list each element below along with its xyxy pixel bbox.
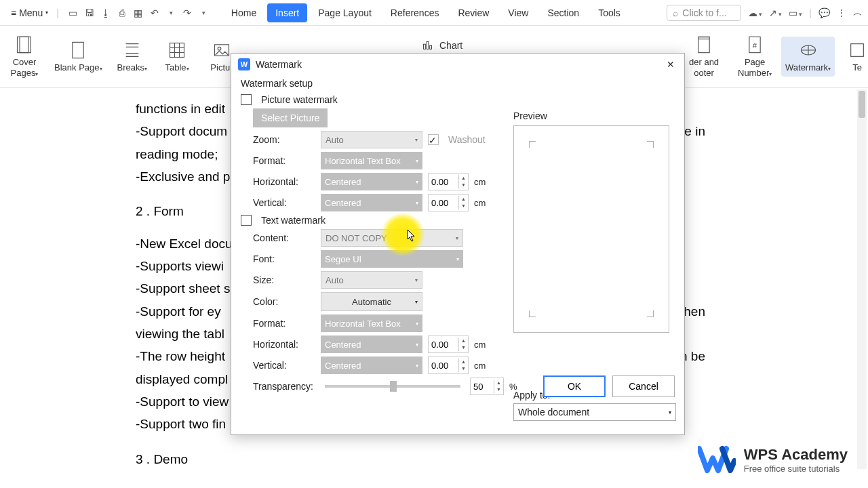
tab-home[interactable]: Home bbox=[223, 3, 264, 22]
picture-watermark-checkbox[interactable] bbox=[241, 94, 252, 105]
tab-review[interactable]: Review bbox=[450, 3, 497, 22]
watermark-button[interactable]: Watermark▾ bbox=[781, 37, 835, 77]
text-watermark-checkbox[interactable] bbox=[241, 215, 252, 226]
text-format-label: Format: bbox=[253, 318, 315, 329]
search-input[interactable]: ⌕ Click to f... bbox=[667, 5, 741, 21]
blank-page-button[interactable]: Blank Page▾ bbox=[50, 37, 106, 77]
text-horizontal-offset-spinner[interactable]: ▲▼ bbox=[428, 336, 469, 353]
close-button[interactable]: ✕ bbox=[664, 58, 677, 71]
content-select[interactable]: DO NOT COPY▾ bbox=[321, 229, 463, 247]
dialog-titlebar: W Watermark ✕ bbox=[231, 54, 684, 75]
tab-insert[interactable]: Insert bbox=[267, 3, 307, 22]
collapse-ribbon-icon[interactable]: ︿ bbox=[853, 7, 863, 19]
transparency-label: Transparency: bbox=[253, 381, 315, 392]
label: Blank Page bbox=[54, 62, 100, 73]
save-icon[interactable]: 🖫 bbox=[83, 7, 96, 19]
print-preview-icon[interactable]: ▦ bbox=[132, 7, 144, 19]
header-footer-button[interactable]: der and ooter bbox=[685, 31, 723, 82]
doc-line: -Support docum bbox=[136, 124, 227, 138]
up-icon[interactable]: ▲ bbox=[459, 175, 468, 182]
color-select[interactable]: Automatic▾ bbox=[321, 292, 422, 311]
text-horizontal-label: Horizontal: bbox=[253, 339, 315, 350]
ok-button[interactable]: OK bbox=[543, 375, 606, 397]
open-icon[interactable]: ▭ bbox=[67, 7, 79, 19]
breaks-button[interactable]: Breaks▾ bbox=[113, 37, 151, 77]
search-placeholder: Click to f... bbox=[682, 7, 726, 18]
text-horizontal-select[interactable]: Centered▾ bbox=[321, 336, 422, 353]
washout-checkbox[interactable]: ✓ bbox=[428, 134, 439, 145]
horizontal-offset-spinner[interactable]: ▲▼ bbox=[428, 173, 469, 190]
vertical-select[interactable]: Centered▾ bbox=[321, 194, 422, 211]
share-icon[interactable]: ↗ bbox=[769, 7, 782, 18]
transparency-spinner[interactable]: ▲▼ bbox=[470, 378, 504, 395]
comment-icon[interactable]: 💬 bbox=[818, 7, 830, 18]
select-picture-button[interactable]: Select Picture bbox=[253, 108, 328, 127]
logo-title: WPS Academy bbox=[744, 446, 848, 464]
dialog-title: Watermark bbox=[256, 59, 302, 70]
down-icon[interactable]: ▼ bbox=[459, 203, 468, 209]
tab-page-layout[interactable]: Page Layout bbox=[310, 3, 380, 22]
tab-section[interactable]: Section bbox=[539, 3, 587, 22]
header-footer-icon bbox=[694, 35, 713, 54]
text-vertical-select[interactable]: Centered▾ bbox=[321, 357, 422, 374]
washout-label: Washout bbox=[448, 134, 486, 145]
page-number-button[interactable]: # Page Number▾ bbox=[734, 31, 776, 82]
settings-icon[interactable]: ▭ bbox=[789, 7, 802, 18]
value: DO NOT COPY bbox=[326, 233, 387, 243]
down-icon[interactable]: ▼ bbox=[459, 365, 468, 372]
tab-references[interactable]: References bbox=[382, 3, 448, 22]
down-icon[interactable]: ▼ bbox=[459, 344, 468, 351]
qat-customize-icon[interactable] bbox=[197, 7, 210, 19]
undo-more-icon[interactable] bbox=[165, 7, 177, 19]
svg-rect-17 bbox=[430, 45, 432, 49]
export-icon[interactable]: ⭳ bbox=[100, 7, 112, 19]
text-vertical-offset-spinner[interactable]: ▲▼ bbox=[428, 357, 469, 374]
undo-icon[interactable]: ↶ bbox=[149, 7, 161, 19]
font-select[interactable]: Segoe UI▾ bbox=[321, 250, 463, 268]
doc-line: -Support for ey bbox=[136, 304, 221, 319]
input[interactable] bbox=[429, 340, 458, 350]
menu-button[interactable]: ≡ Menu ▾ bbox=[5, 5, 54, 21]
up-icon[interactable]: ▲ bbox=[459, 359, 468, 365]
menubar: ≡ Menu ▾ | ▭ 🖫 ⭳ ⎙ ▦ ↶ ↷ Home Insert Pag… bbox=[0, 0, 868, 26]
format-select[interactable]: Horizontal Text Box▾ bbox=[321, 152, 422, 169]
redo-icon[interactable]: ↷ bbox=[181, 7, 193, 19]
search-icon: ⌕ bbox=[673, 7, 678, 18]
slider-thumb[interactable] bbox=[390, 381, 397, 392]
cloud-icon[interactable]: ☁ bbox=[748, 7, 762, 18]
tab-view[interactable]: View bbox=[500, 3, 536, 22]
horizontal-label: Horizontal: bbox=[253, 176, 315, 187]
value: Horizontal Text Box bbox=[325, 156, 401, 166]
table-button[interactable]: Table▾ bbox=[158, 37, 196, 77]
size-select[interactable]: Auto▾ bbox=[321, 271, 422, 289]
table-icon bbox=[167, 41, 186, 60]
down-icon[interactable]: ▼ bbox=[459, 182, 468, 188]
input[interactable] bbox=[429, 198, 458, 208]
ribbon-tabs: Home Insert Page Layout References Revie… bbox=[223, 3, 629, 22]
chart-button[interactable]: Chart bbox=[420, 38, 462, 53]
input[interactable] bbox=[429, 361, 458, 371]
cover-pages-button[interactable]: Cover Pages▾ bbox=[5, 31, 43, 82]
text-button[interactable]: Te bbox=[844, 37, 868, 77]
print-icon[interactable]: ⎙ bbox=[116, 7, 128, 19]
more-icon[interactable]: ⋮ bbox=[837, 7, 846, 18]
input[interactable] bbox=[471, 382, 494, 392]
input[interactable] bbox=[429, 177, 458, 187]
cancel-button[interactable]: Cancel bbox=[612, 375, 675, 397]
font-label: Font: bbox=[253, 253, 315, 264]
apply-to-select[interactable]: Whole document▾ bbox=[513, 403, 676, 421]
text-format-select[interactable]: Horizontal Text Box▾ bbox=[321, 314, 422, 332]
transparency-slider[interactable] bbox=[325, 385, 460, 388]
vertical-offset-spinner[interactable]: ▲▼ bbox=[428, 194, 469, 211]
value: Auto bbox=[326, 135, 344, 145]
tab-tools[interactable]: Tools bbox=[590, 3, 629, 22]
horizontal-select[interactable]: Centered▾ bbox=[321, 173, 422, 190]
vertical-scrollbar[interactable] bbox=[857, 89, 867, 469]
up-icon[interactable]: ▲ bbox=[459, 196, 468, 203]
down-icon[interactable]: ▼ bbox=[494, 386, 503, 393]
scrollbar-thumb[interactable] bbox=[859, 91, 865, 118]
up-icon[interactable]: ▲ bbox=[459, 338, 468, 344]
zoom-select[interactable]: Auto▾ bbox=[321, 131, 422, 148]
text-vertical-label: Vertical: bbox=[253, 360, 315, 371]
up-icon[interactable]: ▲ bbox=[494, 380, 503, 386]
